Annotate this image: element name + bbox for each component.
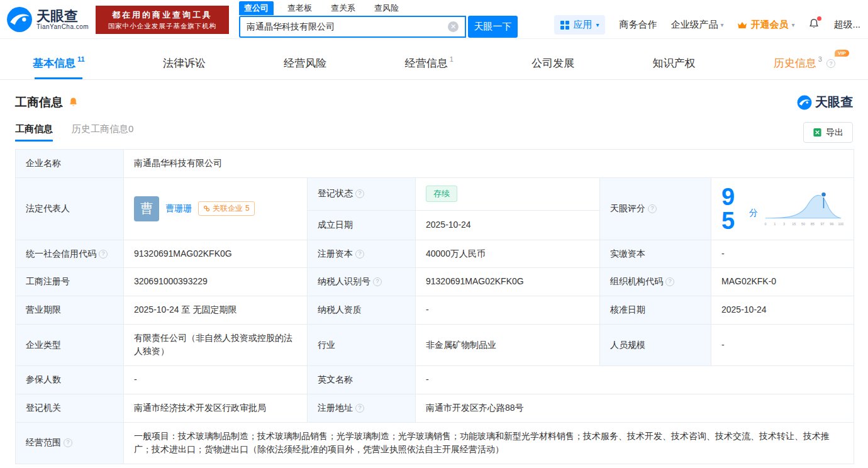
legal-rep-label: 法定代表人 bbox=[16, 177, 124, 240]
reg-address-label: 注册地址 ? bbox=[308, 394, 416, 422]
status-badge: 存续 bbox=[426, 186, 457, 202]
tianyancha-swoosh-icon bbox=[6, 6, 33, 33]
legal-rep-link[interactable]: 曹珊珊 bbox=[165, 202, 192, 216]
table-row: 企业名称 南通晶华科技有限公司 bbox=[16, 150, 854, 178]
table-row: 企业类型 有限责任公司（非自然人投资或控股的法人独资） 行业 非金属矿物制品业 … bbox=[16, 324, 854, 365]
chevron-down-icon: ▾ bbox=[596, 21, 599, 28]
chevron-down-icon: ▾ bbox=[791, 21, 794, 28]
brand-banner: 都在用的商业查询工具 国家中小企业发展子基金旗下机构 bbox=[96, 6, 229, 34]
reg-status-value: 存续 bbox=[416, 177, 600, 210]
help-icon[interactable]: ? bbox=[648, 204, 657, 213]
search-tabs: 查公司 查老板 查关系 查风险 bbox=[239, 1, 518, 15]
export-button[interactable]: 导出 bbox=[803, 122, 853, 143]
help-icon[interactable]: ? bbox=[355, 250, 364, 259]
credit-code-label: 统一社会信用代码 ? bbox=[16, 240, 124, 268]
nav-business-cooperation[interactable]: 商务合作 bbox=[619, 19, 657, 31]
business-term-value: 2025-10-24 至 无固定期限 bbox=[124, 296, 308, 325]
tab-legal-proceedings[interactable]: 法律诉讼 bbox=[159, 47, 209, 79]
svg-text:1: 1 bbox=[774, 221, 776, 225]
avatar[interactable]: 曹 bbox=[134, 196, 159, 221]
company-name-value: 南通晶华科技有限公司 bbox=[124, 150, 854, 178]
search-input[interactable] bbox=[247, 22, 448, 32]
reg-number-value: 320691000393229 bbox=[124, 268, 308, 296]
reg-authority-label: 登记机关 bbox=[16, 394, 124, 422]
score-cell[interactable]: 95 分 0 1 3 15 50 85 97 bbox=[711, 177, 854, 240]
svg-text:0: 0 bbox=[764, 221, 766, 225]
help-icon[interactable]: ? bbox=[665, 277, 674, 286]
excel-icon bbox=[813, 128, 822, 137]
open-vip-button[interactable]: 开通会员 ▾ bbox=[737, 19, 794, 31]
apps-label: 应用 bbox=[573, 19, 592, 31]
tianyancha-swoosh-icon bbox=[797, 95, 812, 110]
reg-capital-label: 注册资本 ? bbox=[308, 240, 416, 268]
tab-count: 1 bbox=[450, 55, 453, 63]
tab-count: 11 bbox=[77, 55, 85, 63]
subtab-business-info[interactable]: 工商信息 bbox=[15, 123, 53, 142]
section-header: 工商信息 天眼查 bbox=[15, 94, 853, 111]
related-companies-badge[interactable]: 关联企业 5 bbox=[198, 201, 255, 216]
table-row: 工商注册号 320691000393229 纳税人识别号 ? 91320691M… bbox=[16, 268, 854, 296]
search-button[interactable]: 天眼一下 bbox=[468, 16, 518, 38]
business-info-table: 企业名称 南通晶华科技有限公司 法定代表人 曹 曹珊珊 关联企业 5 bbox=[15, 149, 854, 464]
tab-operating-info[interactable]: 经营信息 1 bbox=[401, 47, 457, 79]
logo-text: 天眼查 bbox=[36, 9, 89, 23]
tab-company-development[interactable]: 公司发展 bbox=[528, 47, 578, 79]
english-name-value: - bbox=[416, 366, 854, 394]
company-nav-tabs: 基本信息 11 法律诉讼 经营风险 经营信息 1 公司发展 知识产权 历史信息 … bbox=[0, 47, 868, 80]
top-nav: 应用 ▾ 商务合作 企业级产品 ▾ 开通会员 ▾ 超级... bbox=[554, 15, 860, 35]
reg-status-label: 登记状态 ? bbox=[308, 177, 416, 210]
legal-rep-cell: 曹 曹珊珊 关联企业 5 bbox=[124, 177, 308, 240]
help-icon[interactable]: ? bbox=[64, 438, 72, 447]
clear-icon[interactable]: ✕ bbox=[448, 21, 459, 32]
table-row: 经营范围 ? 一般项目：技术玻璃制品制造；技术玻璃制品销售；光学玻璃制造；光学玻… bbox=[16, 422, 854, 464]
subscribe-bell-icon[interactable] bbox=[68, 97, 79, 108]
watermark-logo: 天眼查 bbox=[797, 94, 853, 111]
page-title: 工商信息 bbox=[15, 94, 63, 111]
svg-text:100: 100 bbox=[838, 221, 843, 225]
help-icon[interactable]: ? bbox=[99, 250, 108, 259]
search-tab-company[interactable]: 查公司 bbox=[239, 1, 274, 15]
company-type-label: 企业类型 bbox=[16, 324, 124, 365]
banner-line1: 都在用的商业查询工具 bbox=[96, 9, 229, 21]
table-row: 营业期限 2025-10-24 至 无固定期限 纳税人资质 - 核准日期 202… bbox=[16, 296, 854, 325]
watermark-text: 天眼查 bbox=[815, 94, 853, 111]
svg-text:15: 15 bbox=[792, 221, 796, 225]
business-scope-value: 一般项目：技术玻璃制品制造；技术玻璃制品销售；光学玻璃制造；光学玻璃销售；功能玻… bbox=[124, 422, 854, 464]
help-icon[interactable]: ? bbox=[355, 404, 364, 413]
apps-menu[interactable]: 应用 ▾ bbox=[554, 15, 605, 35]
taxpayer-id-value: 91320691MAG02KFK0G bbox=[416, 268, 600, 296]
business-term-label: 营业期限 bbox=[16, 296, 124, 325]
search-tab-relation[interactable]: 查关系 bbox=[326, 1, 360, 15]
notification-dot bbox=[817, 16, 821, 21]
user-menu[interactable]: 超级... bbox=[833, 19, 860, 31]
svg-text:99: 99 bbox=[830, 221, 833, 225]
apps-grid-icon bbox=[560, 21, 569, 30]
subtab-history-business-info[interactable]: 历史工商信息0 bbox=[72, 123, 133, 142]
tab-history-info[interactable]: 历史信息 3 ? VIP bbox=[770, 47, 839, 79]
taxpayer-id-label: 纳税人识别号 ? bbox=[308, 268, 416, 296]
svg-text:85: 85 bbox=[811, 221, 815, 225]
insured-count-value: - bbox=[124, 366, 308, 394]
reg-address-value: 南通市开发区齐心路88号 bbox=[416, 394, 854, 422]
reg-capital-value: 40000万人民币 bbox=[416, 240, 600, 268]
help-icon[interactable]: ? bbox=[355, 189, 364, 198]
tab-operating-risk[interactable]: 经营风险 bbox=[280, 47, 330, 79]
business-scope-label: 经营范围 ? bbox=[16, 422, 124, 464]
establish-date-value: 2025-10-24 bbox=[416, 210, 600, 240]
help-icon[interactable]: ? bbox=[373, 277, 382, 286]
tab-intellectual-property[interactable]: 知识产权 bbox=[648, 47, 699, 79]
reg-number-label: 工商注册号 bbox=[16, 268, 124, 296]
paid-capital-value: - bbox=[711, 240, 854, 268]
help-icon[interactable]: ? bbox=[826, 59, 835, 68]
search-tab-boss[interactable]: 查老板 bbox=[282, 1, 317, 15]
taxpayer-qualification-label: 纳税人资质 bbox=[308, 296, 416, 325]
table-row: 参保人数 - 英文名称 - bbox=[16, 366, 854, 394]
tab-basic-info[interactable]: 基本信息 11 bbox=[29, 47, 89, 79]
banner-line2: 国家中小企业发展子基金旗下机构 bbox=[96, 22, 229, 31]
search-tab-risk[interactable]: 查风险 bbox=[369, 1, 404, 15]
score-label: 天眼评分 ? bbox=[600, 177, 711, 240]
nav-enterprise-products[interactable]: 企业级产品 ▾ bbox=[670, 19, 723, 31]
notifications-bell-icon[interactable] bbox=[808, 18, 820, 31]
staff-size-value: - bbox=[711, 324, 854, 365]
tianyancha-logo[interactable]: 天眼查 TianYanCha.com bbox=[6, 6, 89, 33]
